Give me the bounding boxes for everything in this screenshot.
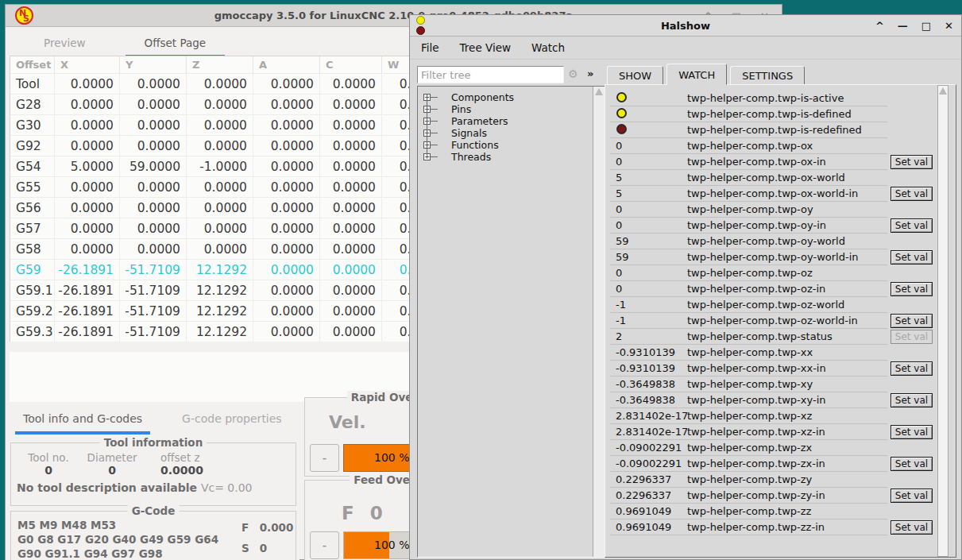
- offset-y[interactable]: -51.7109: [120, 322, 187, 342]
- gmoccapy-tab[interactable]: Preview: [25, 34, 105, 58]
- offset-a[interactable]: 0.0000: [253, 218, 320, 238]
- offset-x[interactable]: -26.1891: [55, 301, 120, 321]
- close-icon[interactable]: ✕: [945, 20, 953, 32]
- offset-a[interactable]: 0.0000: [253, 260, 320, 280]
- offset-z[interactable]: 12.1292: [187, 322, 253, 342]
- offset-x[interactable]: -26.1891: [55, 280, 120, 300]
- tree-item[interactable]: + Components: [418, 91, 605, 103]
- offset-y[interactable]: 0.0000: [120, 115, 187, 135]
- offset-x[interactable]: -26.1891: [55, 322, 120, 342]
- offset-y[interactable]: 0.0000: [120, 74, 187, 94]
- offset-x[interactable]: 0.0000: [55, 218, 120, 238]
- offset-c[interactable]: 0.0000: [320, 74, 382, 94]
- offset-a[interactable]: 0.0000: [253, 177, 320, 197]
- offset-y[interactable]: -51.7109: [120, 260, 187, 280]
- offset-y[interactable]: 0.0000: [120, 95, 187, 114]
- halshow-tab[interactable]: WATCH: [666, 64, 727, 85]
- offset-c[interactable]: 0.0000: [320, 260, 382, 280]
- offset-a[interactable]: 0.0000: [253, 239, 320, 259]
- offset-c[interactable]: 0.0000: [320, 239, 382, 259]
- offset-a[interactable]: 0.0000: [253, 156, 320, 176]
- offset-z[interactable]: 0.0000: [187, 218, 253, 238]
- offset-x[interactable]: 0.0000: [55, 95, 120, 114]
- offset-c[interactable]: 0.0000: [320, 177, 382, 197]
- filter-tree-input[interactable]: [417, 66, 564, 83]
- halshow-tab[interactable]: SHOW: [607, 66, 663, 85]
- set-val-button[interactable]: Set val: [891, 489, 933, 503]
- rapid-override-minus-button[interactable]: -: [310, 444, 339, 472]
- offset-c[interactable]: 0.0000: [320, 198, 382, 218]
- tree-item[interactable]: + Pins: [418, 103, 605, 115]
- offset-a[interactable]: 0.0000: [253, 136, 320, 156]
- tree-item[interactable]: + Threads: [418, 151, 605, 163]
- watch-scrollbar[interactable]: [937, 85, 948, 557]
- scroll-up-icon[interactable]: [595, 88, 603, 95]
- set-val-button[interactable]: Set val: [891, 250, 933, 265]
- offset-c[interactable]: 0.0000: [320, 218, 382, 238]
- offset-y[interactable]: 0.0000: [120, 239, 187, 259]
- set-val-button[interactable]: Set val: [891, 361, 933, 376]
- offset-c[interactable]: 0.0000: [320, 136, 382, 156]
- offset-z[interactable]: 12.1292: [187, 280, 253, 300]
- offset-z[interactable]: 0.0000: [187, 115, 253, 135]
- offset-y[interactable]: 0.0000: [120, 198, 187, 218]
- info-tab[interactable]: Tool info and G-codes: [15, 410, 150, 434]
- menu-item[interactable]: Watch: [531, 41, 565, 54]
- feed-override-minus-button[interactable]: -: [310, 531, 339, 559]
- minimize-icon[interactable]: —: [898, 20, 908, 32]
- set-val-button[interactable]: Set val: [891, 393, 933, 407]
- offset-x[interactable]: 0.0000: [55, 136, 120, 156]
- menu-item[interactable]: Tree View: [460, 41, 511, 54]
- offset-x[interactable]: 0.0000: [55, 74, 120, 94]
- offset-z[interactable]: 0.0000: [187, 136, 253, 156]
- offset-z[interactable]: 0.0000: [187, 239, 253, 259]
- offset-a[interactable]: 0.0000: [253, 198, 320, 218]
- gear-icon[interactable]: ⚙: [568, 68, 578, 80]
- set-val-button[interactable]: Set val: [891, 520, 933, 535]
- tree-scrollbar[interactable]: [593, 87, 605, 557]
- set-val-button[interactable]: Set val: [891, 155, 933, 169]
- offset-z[interactable]: 0.0000: [187, 198, 253, 218]
- set-val-button[interactable]: Set val: [891, 314, 933, 328]
- offset-a[interactable]: 0.0000: [253, 301, 320, 321]
- maximize-icon[interactable]: □: [921, 20, 931, 32]
- offset-z[interactable]: 0.0000: [187, 95, 253, 114]
- menu-item[interactable]: File: [421, 41, 439, 54]
- set-val-button[interactable]: Set val: [891, 330, 933, 344]
- offset-y[interactable]: 59.0000: [120, 156, 187, 176]
- offset-c[interactable]: 0.0000: [320, 322, 382, 342]
- offset-x[interactable]: 0.0000: [55, 239, 120, 259]
- info-tab[interactable]: G-code properties: [174, 410, 290, 434]
- chevron-expand-icon[interactable]: »: [587, 68, 593, 79]
- set-val-button[interactable]: Set val: [891, 187, 933, 201]
- scroll-up-icon[interactable]: [939, 87, 947, 95]
- offset-c[interactable]: 0.0000: [320, 95, 382, 114]
- halshow-tab[interactable]: SETTINGS: [730, 66, 805, 85]
- offset-c[interactable]: 0.0000: [320, 115, 382, 135]
- offset-x[interactable]: -26.1891: [55, 260, 120, 280]
- offset-a[interactable]: 0.0000: [253, 280, 320, 300]
- set-val-button[interactable]: Set val: [891, 425, 933, 439]
- offset-y[interactable]: 0.0000: [120, 177, 187, 197]
- offset-a[interactable]: 0.0000: [253, 74, 320, 94]
- offset-y[interactable]: 0.0000: [120, 136, 187, 156]
- offset-z[interactable]: 12.1292: [187, 260, 253, 280]
- offset-z[interactable]: -1.0000: [187, 156, 253, 176]
- offset-a[interactable]: 0.0000: [253, 322, 320, 342]
- offset-z[interactable]: 0.0000: [187, 74, 253, 94]
- offset-y[interactable]: -51.7109: [120, 301, 187, 321]
- offset-c[interactable]: 0.0000: [320, 280, 382, 300]
- shade-icon[interactable]: ^: [875, 20, 884, 32]
- offset-x[interactable]: 5.0000: [55, 156, 120, 176]
- offset-c[interactable]: 0.0000: [320, 156, 382, 176]
- offset-z[interactable]: 0.0000: [187, 177, 253, 197]
- offset-y[interactable]: 0.0000: [120, 218, 187, 238]
- offset-x[interactable]: 0.0000: [55, 115, 120, 135]
- offset-a[interactable]: 0.0000: [253, 115, 320, 135]
- tree-item[interactable]: + Parameters: [418, 115, 605, 127]
- set-val-button[interactable]: Set val: [891, 218, 933, 233]
- offset-x[interactable]: 0.0000: [55, 177, 120, 197]
- offset-x[interactable]: 0.0000: [55, 198, 120, 218]
- offset-z[interactable]: 12.1292: [187, 301, 253, 321]
- halshow-titlebar[interactable]: Halshow ^ — □ ✕: [410, 15, 961, 37]
